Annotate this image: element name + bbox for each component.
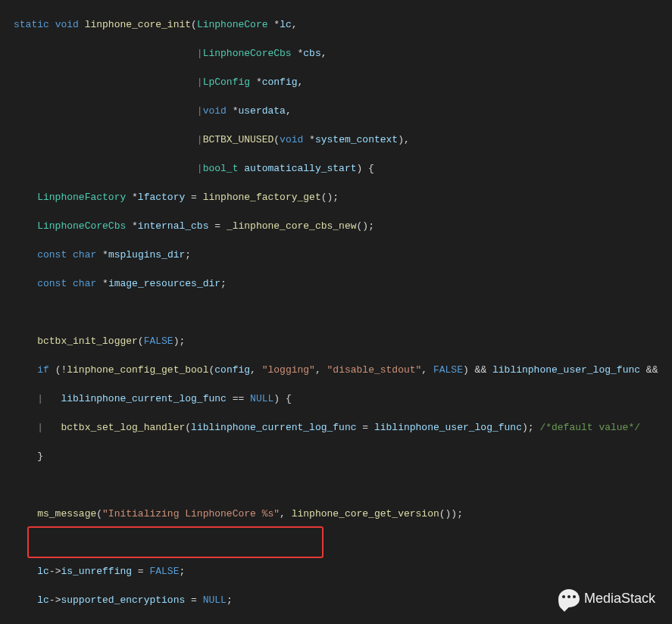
- code-line: LinphoneCoreCbs *internal_cbs = _linphon…: [14, 219, 672, 233]
- code-line: [14, 305, 672, 320]
- code-line: ms_message("Initializing LinphoneCore %s…: [14, 507, 672, 521]
- code-line: |LpConfig *config,: [14, 75, 672, 89]
- code-line: [14, 535, 672, 550]
- code-line: const char *image_resources_dir;: [14, 276, 672, 291]
- code-line: |BCTBX_UNUSED(void *system_context),: [14, 133, 672, 147]
- code-editor[interactable]: static void linphone_core_init(LinphoneC…: [0, 3, 672, 624]
- code-line: lc->supported_encryptions = NULL;: [14, 593, 672, 607]
- code-line: lc->is_unreffing = FALSE;: [14, 564, 672, 579]
- code-line: }: [14, 449, 672, 463]
- code-line: LinphoneFactory *lfactory = linphone_fac…: [14, 190, 672, 204]
- code-line: |bool_t automatically_start) {: [14, 161, 672, 176]
- code-line: bctbx_init_logger(FALSE);: [14, 334, 672, 348]
- code-line: |LinphoneCoreCbs *cbs,: [14, 46, 672, 61]
- code-line: static void linphone_core_init(LinphoneC…: [14, 17, 672, 32]
- code-line: [14, 478, 672, 492]
- code-line: |void *userdata,: [14, 104, 672, 118]
- code-line: const char *msplugins_dir;: [14, 248, 672, 262]
- code-line: if (!linphone_config_get_bool(config, "l…: [14, 363, 672, 377]
- code-line: | bctbx_set_log_handler(liblinphone_curr…: [14, 420, 672, 435]
- code-line: | liblinphone_current_log_func == NULL) …: [14, 392, 672, 406]
